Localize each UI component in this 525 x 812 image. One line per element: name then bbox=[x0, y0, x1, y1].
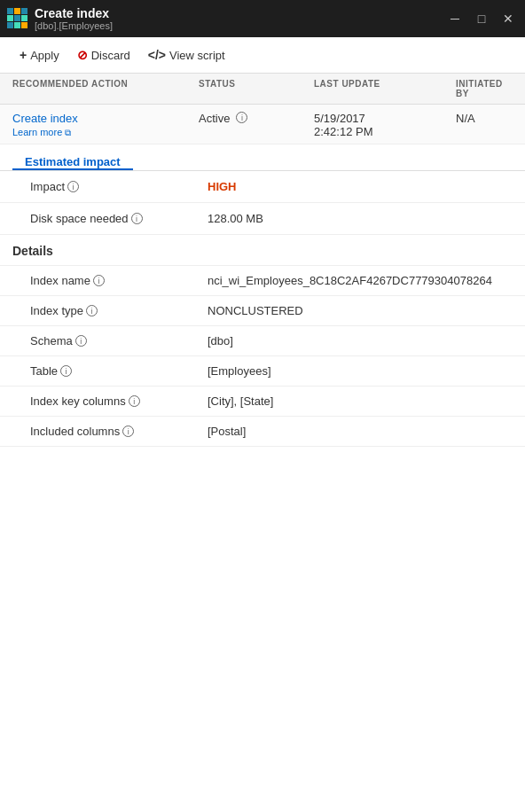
index-type-label: Index type i bbox=[30, 304, 208, 317]
apply-label: Apply bbox=[30, 49, 59, 62]
window-subtitle: [dbo].[Employees] bbox=[35, 20, 113, 31]
status-info-icon[interactable]: i bbox=[236, 112, 247, 123]
view-script-button[interactable]: </> View script bbox=[139, 44, 234, 66]
title-bar: Create index [dbo].[Employees] ─ □ ✕ bbox=[0, 0, 525, 37]
table-row: Included columns i [Postal] bbox=[0, 417, 525, 447]
status-value: Active bbox=[199, 112, 230, 125]
included-columns-value: [Postal] bbox=[208, 425, 246, 438]
schema-info-icon[interactable]: i bbox=[75, 335, 87, 347]
table-value: [Employees] bbox=[208, 364, 271, 378]
impact-info-icon[interactable]: i bbox=[67, 181, 79, 192]
included-columns-label: Included columns i bbox=[30, 425, 208, 438]
tab-container: Estimated impact bbox=[0, 144, 525, 170]
table-row: Index type i NONCLUSTERED bbox=[0, 296, 525, 326]
index-type-value: NONCLUSTERED bbox=[208, 304, 303, 317]
minimize-icon: ─ bbox=[451, 12, 459, 26]
status-header: STATUS bbox=[199, 79, 314, 98]
impact-label: Impact i bbox=[30, 180, 208, 193]
impact-row: Impact i HIGH bbox=[0, 171, 525, 203]
included-columns-info-icon[interactable]: i bbox=[122, 426, 134, 437]
title-text: Create index [dbo].[Employees] bbox=[35, 6, 113, 32]
index-type-info-icon[interactable]: i bbox=[86, 305, 98, 316]
estimated-impact-label: Estimated impact bbox=[25, 155, 121, 176]
title-bar-left: Create index [dbo].[Employees] bbox=[7, 6, 113, 32]
index-name-info-icon[interactable]: i bbox=[93, 275, 105, 286]
index-key-columns-label: Index key columns i bbox=[30, 394, 208, 408]
last-update-cell: 5/19/2017 2:42:12 PM bbox=[314, 112, 456, 138]
table-row: Table i [Employees] bbox=[0, 356, 525, 386]
maximize-button[interactable]: □ bbox=[472, 9, 491, 28]
plus-icon: + bbox=[20, 48, 27, 62]
index-name-value: nci_wi_Employees_8C18C2AF4267DC777930407… bbox=[208, 274, 492, 287]
code-icon: </> bbox=[148, 48, 166, 62]
impact-tab-wrapper: Estimated impact bbox=[0, 144, 525, 171]
discard-button[interactable]: ⊘ Discard bbox=[68, 44, 139, 66]
meta-data-row: Create index Learn more ⧉ Active i 5/19/… bbox=[0, 105, 525, 144]
maximize-icon: □ bbox=[478, 12, 485, 26]
disk-space-label: Disk space needed i bbox=[30, 212, 208, 225]
last-update-header: LAST UPDATE bbox=[314, 79, 456, 98]
index-key-columns-info-icon[interactable]: i bbox=[129, 395, 140, 407]
schema-value: [dbo] bbox=[208, 334, 233, 347]
learn-more-link[interactable]: Learn more ⧉ bbox=[12, 127, 71, 137]
table-row: Index key columns i [City], [State] bbox=[0, 386, 525, 417]
apply-button[interactable]: + Apply bbox=[11, 44, 68, 66]
meta-table-header: RECOMMENDED ACTION STATUS LAST UPDATE IN… bbox=[0, 74, 525, 105]
recommended-action-cell: Create index Learn more ⧉ bbox=[12, 112, 199, 138]
app-icon bbox=[7, 8, 27, 28]
initiated-by-cell: N/A bbox=[456, 112, 513, 125]
disk-info-icon[interactable]: i bbox=[131, 213, 143, 224]
disk-space-row: Disk space needed i 128.00 MB bbox=[0, 203, 525, 235]
window-title: Create index bbox=[35, 6, 113, 21]
view-script-label: View script bbox=[169, 49, 225, 62]
table-row: Index name i nci_wi_Employees_8C18C2AF42… bbox=[0, 266, 525, 296]
table-row: Schema i [dbo] bbox=[0, 326, 525, 356]
index-name-label: Index name i bbox=[30, 274, 208, 287]
external-link-icon: ⧉ bbox=[65, 128, 71, 137]
schema-label: Schema i bbox=[30, 334, 208, 347]
status-cell: Active i bbox=[199, 112, 314, 125]
learn-more-label: Learn more bbox=[12, 127, 62, 137]
table-label: Table i bbox=[30, 364, 208, 378]
estimated-impact-tab[interactable]: Estimated impact bbox=[12, 144, 133, 170]
last-update-time: 2:42:12 PM bbox=[314, 125, 456, 138]
ban-icon: ⊘ bbox=[77, 48, 88, 62]
discard-label: Discard bbox=[91, 49, 130, 62]
create-index-link[interactable]: Create index bbox=[12, 112, 199, 125]
disk-space-value: 128.00 MB bbox=[208, 212, 263, 225]
initiated-by-header: INITIATED BY bbox=[456, 79, 513, 98]
window-controls: ─ □ ✕ bbox=[445, 9, 518, 28]
index-key-columns-value: [City], [State] bbox=[208, 394, 273, 408]
toolbar: + Apply ⊘ Discard </> View script bbox=[0, 37, 525, 74]
minimize-button[interactable]: ─ bbox=[445, 9, 465, 28]
last-update-date: 5/19/2017 bbox=[314, 112, 456, 125]
impact-value: HIGH bbox=[208, 180, 237, 193]
table-info-icon[interactable]: i bbox=[60, 365, 72, 377]
close-icon: ✕ bbox=[503, 12, 513, 26]
details-section-header: Details bbox=[0, 235, 525, 266]
close-button[interactable]: ✕ bbox=[498, 9, 518, 28]
recommended-action-header: RECOMMENDED ACTION bbox=[12, 79, 199, 98]
